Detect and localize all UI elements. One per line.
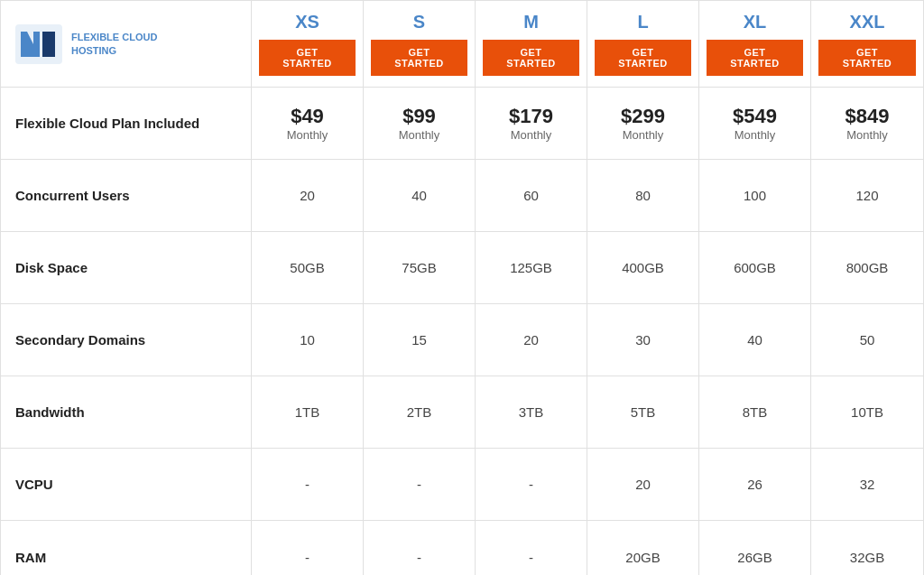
cell-value-3-1: 15	[411, 332, 427, 348]
cell-value-2-5: 800GB	[846, 260, 889, 275]
price-period-0-5: Monthly	[846, 128, 888, 142]
plan-header-m: M GET STARTED	[476, 1, 587, 87]
row-value-0-5: $849 Monthly	[811, 88, 923, 159]
cell-value-2-2: 125GB	[510, 260, 552, 275]
price-value-0-3: $299	[621, 105, 665, 128]
get-started-btn-s[interactable]: GET STARTED	[371, 40, 467, 76]
plan-header-l: L GET STARTED	[587, 1, 699, 87]
row-value-5-3: 20	[587, 449, 699, 520]
get-started-btn-l[interactable]: GET STARTED	[595, 40, 691, 76]
row-value-2-5: 800GB	[811, 232, 923, 303]
price-period-0-4: Monthly	[735, 128, 776, 142]
row-value-1-3: 80	[587, 160, 699, 231]
cell-value-6-2: -	[529, 550, 533, 565]
cell-value-6-1: -	[417, 550, 421, 565]
cell-value-1-3: 80	[635, 188, 651, 203]
row-value-2-2: 125GB	[476, 232, 587, 303]
cell-value-5-5: 32	[860, 477, 875, 492]
row-value-1-4: 100	[699, 160, 811, 231]
row-value-3-0: 10	[252, 304, 364, 376]
brand-name: FLEXIBLE CLOUD HOSTING	[71, 31, 157, 57]
header-row: FLEXIBLE CLOUD HOSTING XS GET STARTED S …	[1, 1, 923, 88]
get-started-btn-xs[interactable]: GET STARTED	[259, 40, 356, 76]
row-value-0-3: $299 Monthly	[587, 88, 699, 159]
row-value-4-2: 3TB	[476, 376, 587, 448]
cell-value-6-5: 32GB	[850, 550, 884, 565]
row-label-4: Bandwidth	[15, 404, 85, 420]
get-started-btn-xl[interactable]: GET STARTED	[707, 40, 803, 76]
plan-name-xl: XL	[744, 12, 767, 32]
plan-name-xs: XS	[295, 12, 319, 32]
cell-value-4-1: 2TB	[407, 404, 432, 420]
row-value-4-5: 10TB	[811, 376, 923, 448]
price-value-0-4: $549	[733, 105, 777, 128]
row-value-2-4: 600GB	[699, 232, 811, 303]
row-value-3-2: 20	[476, 304, 587, 376]
cell-value-1-2: 60	[523, 188, 539, 203]
cell-value-1-1: 40	[411, 188, 427, 203]
row-value-4-4: 8TB	[699, 376, 811, 448]
row-value-3-1: 15	[364, 304, 476, 376]
row-label-0: Flexible Cloud Plan Included	[15, 116, 199, 131]
row-label-cell-2: Disk Space	[1, 232, 252, 303]
price-period-0-1: Monthly	[399, 128, 440, 142]
row-value-4-0: 1TB	[252, 376, 364, 448]
row-value-5-5: 32	[811, 449, 923, 520]
cell-value-1-4: 100	[744, 188, 766, 203]
plan-name-m: M	[523, 12, 539, 32]
cell-value-6-4: 26GB	[737, 550, 772, 565]
brand-logo-icon	[15, 24, 62, 64]
row-value-3-5: 50	[811, 304, 923, 376]
cell-value-5-1: -	[417, 477, 421, 492]
plan-name-s: S	[413, 12, 425, 32]
price-value-0-5: $849	[845, 105, 890, 128]
row-value-2-0: 50GB	[252, 232, 364, 303]
cell-value-3-5: 50	[860, 332, 875, 348]
data-row-2: Disk Space50GB75GB125GB400GB600GB800GB	[1, 232, 923, 304]
cell-value-3-4: 40	[747, 332, 762, 348]
price-value-0-0: $49	[291, 105, 324, 128]
cell-value-1-5: 120	[855, 188, 878, 203]
row-value-1-0: 20	[252, 160, 364, 231]
price-period-0-0: Monthly	[287, 128, 328, 142]
cell-value-5-4: 26	[747, 477, 762, 492]
cell-value-4-2: 3TB	[519, 404, 544, 420]
cell-value-2-1: 75GB	[402, 260, 436, 275]
row-value-1-5: 120	[811, 160, 923, 231]
row-label-3: Secondary Domains	[15, 332, 145, 348]
plan-header-xxl: XXL GET STARTED	[811, 1, 923, 87]
cell-value-4-5: 10TB	[851, 404, 883, 420]
cell-value-2-3: 400GB	[622, 260, 664, 275]
cell-value-5-0: -	[305, 477, 310, 492]
cell-value-4-3: 5TB	[631, 404, 656, 420]
row-value-6-0: -	[252, 521, 364, 575]
row-value-6-1: -	[364, 521, 476, 575]
cell-value-4-0: 1TB	[295, 404, 320, 420]
cell-value-5-3: 20	[635, 477, 651, 492]
row-value-0-0: $49 Monthly	[252, 88, 364, 159]
row-label-6: RAM	[15, 550, 46, 565]
get-started-btn-xxl[interactable]: GET STARTED	[818, 40, 916, 76]
price-value-0-1: $99	[402, 105, 436, 128]
data-row-3: Secondary Domains101520304050	[1, 304, 923, 376]
price-period-0-3: Monthly	[623, 128, 664, 142]
row-label-2: Disk Space	[15, 260, 88, 275]
cell-value-2-0: 50GB	[290, 260, 324, 275]
row-value-5-2: -	[476, 449, 587, 520]
cell-value-3-0: 10	[300, 332, 315, 348]
row-value-1-2: 60	[476, 160, 587, 231]
row-value-5-4: 26	[699, 449, 811, 520]
row-value-0-4: $549 Monthly	[699, 88, 811, 159]
row-label-cell-0: Flexible Cloud Plan Included	[1, 88, 252, 159]
cell-value-2-4: 600GB	[734, 260, 776, 275]
row-label-cell-5: VCPU	[1, 449, 252, 520]
row-label-5: VCPU	[15, 477, 53, 492]
row-value-3-4: 40	[699, 304, 811, 376]
get-started-btn-m[interactable]: GET STARTED	[483, 40, 579, 76]
cell-value-6-0: -	[305, 550, 310, 565]
plan-name-xxl: XXL	[850, 12, 885, 32]
data-row-0: Flexible Cloud Plan Included $49 Monthly…	[1, 88, 923, 160]
data-row-5: VCPU---202632	[1, 449, 923, 521]
row-value-6-2: -	[476, 521, 587, 575]
data-row-4: Bandwidth1TB2TB3TB5TB8TB10TB	[1, 376, 923, 449]
